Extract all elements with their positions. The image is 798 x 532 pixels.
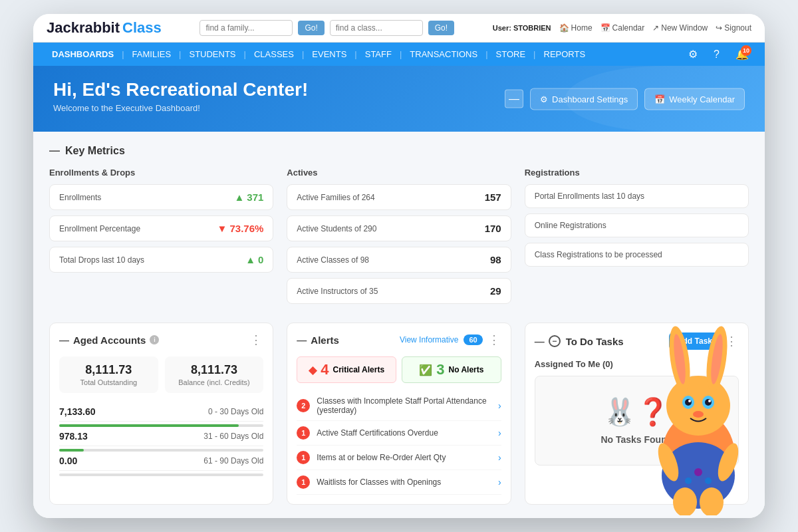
nav-store[interactable]: STORE xyxy=(488,43,534,66)
online-registrations-label: Online Registrations xyxy=(535,221,606,230)
enrollments-label: Enrollments xyxy=(59,193,101,202)
active-students-label: Active Students of 290 xyxy=(297,224,376,233)
family-search-go-button[interactable]: Go! xyxy=(298,21,324,35)
aged-range-1: 31 - 60 Days Old xyxy=(203,432,263,441)
notifications-icon-button[interactable]: 🔔 10 xyxy=(730,43,754,66)
todo-menu-icon[interactable]: ⋮ xyxy=(726,334,739,348)
aged-accounts-info-icon[interactable]: i xyxy=(150,335,159,344)
enrollment-pct-value: ▼ 73.76% xyxy=(217,223,264,234)
critical-count: 4 xyxy=(321,361,329,378)
enrollments-value: ▲ 371 xyxy=(234,192,263,203)
todo-header: − To Do Tasks Add Task ⋮ xyxy=(535,332,739,350)
logo-jackrabbit: Jackrabbit xyxy=(47,19,120,37)
main-content: Key Metrics Enrollments & Drops Enrollme… xyxy=(33,132,765,518)
aged-amount-1: 978.13 xyxy=(59,431,88,442)
active-families-label: Active Families of 264 xyxy=(297,193,374,202)
aged-accounts-header: Aged Accounts i ⋮ xyxy=(59,332,263,347)
nav-students[interactable]: STUDENTS xyxy=(181,43,243,66)
calendar-icon: 📅 xyxy=(600,23,610,33)
alert-arrow-2[interactable]: › xyxy=(498,452,501,463)
no-count: 3 xyxy=(436,361,444,378)
no-alerts-label: No Alerts xyxy=(449,365,484,374)
up-arrow-drops-icon: ▲ xyxy=(245,254,255,265)
todo-panel: − To Do Tasks Add Task ⋮ Assigned To Me … xyxy=(525,323,749,505)
alert-arrow-1[interactable]: › xyxy=(498,428,501,438)
total-outstanding-label: Total Outstanding xyxy=(66,378,152,386)
enrollments-drops-col: Enrollments & Drops Enrollments ▲ 371 En… xyxy=(49,168,273,309)
nav-classes[interactable]: CLASSES xyxy=(246,43,302,66)
active-students-card: Active Students of 290 170 xyxy=(287,215,511,241)
alert-text-0: Classes with Incomplete Staff Portal Att… xyxy=(317,396,491,415)
help-icon-button[interactable]: ? xyxy=(708,43,725,66)
collapse-button[interactable]: — xyxy=(505,90,523,108)
top-links: 🏠 Home 📅 Calendar ↗ New Window ↪ Signout xyxy=(559,23,751,33)
aged-accounts-menu-icon[interactable]: ⋮ xyxy=(250,332,263,347)
nav-reports[interactable]: REPORTS xyxy=(536,43,594,66)
alert-item-1: 1 Active Staff Certifications Overdue › xyxy=(297,421,501,446)
registrations-col: Registrations Portal Enrollments last 10… xyxy=(525,168,749,309)
total-drops-value: ▲ 0 xyxy=(245,254,263,265)
alert-badge-1: 1 xyxy=(297,426,310,440)
aged-accounts-panel: Aged Accounts i ⋮ 8,111.73 Total Outstan… xyxy=(49,323,273,505)
alerts-menu-icon[interactable]: ⋮ xyxy=(488,332,501,347)
no-tasks-bunny-icon: 🐰❓ xyxy=(549,396,725,428)
new-window-link[interactable]: ↗ New Window xyxy=(652,23,708,33)
nav-items: DASHBOARDS | FAMILIES | STUDENTS | CLASS… xyxy=(44,43,593,66)
alert-arrow-0[interactable]: › xyxy=(498,400,501,411)
new-window-icon: ↗ xyxy=(652,23,659,33)
check-circle-icon: ✅ xyxy=(419,364,432,376)
home-icon: 🏠 xyxy=(559,23,569,33)
balance-label: Balance (incl. Credits) xyxy=(172,378,257,386)
class-search-go-button[interactable]: Go! xyxy=(428,21,454,35)
gear-icon: ⚙ xyxy=(540,94,548,104)
up-arrow-icon: ▲ xyxy=(234,192,244,203)
class-registrations-card: Class Registrations to be processed xyxy=(525,243,749,267)
top-right: User: STOBRIEN 🏠 Home 📅 Calendar ↗ New W… xyxy=(493,23,751,33)
balance-value: 8,111.73 xyxy=(172,363,257,377)
active-families-card: Active Families of 264 157 xyxy=(287,184,511,210)
alert-badge-0: 2 xyxy=(297,399,310,412)
nav-dashboards[interactable]: DASHBOARDS xyxy=(44,43,122,66)
todo-minus-icon: − xyxy=(549,335,561,347)
portal-enrollments-label: Portal Enrollments last 10 days xyxy=(535,192,644,201)
view-informative-badge: 60 xyxy=(464,334,482,345)
hero-banner: Hi, Ed's Recreational Center! Welcome to… xyxy=(33,66,765,132)
weekly-calendar-button[interactable]: 📅 Weekly Calendar xyxy=(644,88,745,110)
dashboard-settings-button[interactable]: ⚙ Dashboard Settings xyxy=(530,88,638,110)
settings-icon-button[interactable]: ⚙ xyxy=(683,43,703,66)
search-group: Go! Go! xyxy=(200,20,454,36)
nav-events[interactable]: EVENTS xyxy=(304,43,354,66)
alert-text-1: Active Staff Certifications Overdue xyxy=(317,428,438,438)
aged-range-0: 0 - 30 Days Old xyxy=(208,407,263,416)
progress-bar-2 xyxy=(59,473,263,476)
enrollments-drops-heading: Enrollments & Drops xyxy=(49,168,273,178)
signout-link[interactable]: ↪ Signout xyxy=(716,23,751,33)
active-classes-label: Active Classes of 98 xyxy=(297,255,369,265)
logo: Jackrabbit Class xyxy=(47,19,162,37)
aged-amount-2: 0.00 xyxy=(59,456,77,466)
active-classes-value: 98 xyxy=(490,254,501,265)
alert-item-2: 1 Items at or below Re-Order Alert Qty › xyxy=(297,446,501,470)
add-task-button[interactable]: Add Task xyxy=(669,332,720,350)
nav-families[interactable]: FAMILIES xyxy=(124,43,180,66)
family-search-input[interactable] xyxy=(200,20,293,36)
nav-bar: DASHBOARDS | FAMILIES | STUDENTS | CLASS… xyxy=(33,43,765,66)
active-instructors-card: Active Instructors of 35 29 xyxy=(287,278,511,304)
total-outstanding-value: 8,111.73 xyxy=(66,363,152,377)
calendar-icon-hero: 📅 xyxy=(654,94,665,104)
active-families-value: 157 xyxy=(485,192,501,203)
nav-right-icons: ⚙ ? 🔔 10 xyxy=(683,43,754,66)
down-arrow-icon: ▼ xyxy=(217,223,227,234)
nav-transactions[interactable]: TRANSACTIONS xyxy=(402,43,485,66)
alerts-panel: Alerts View Informative 60 ⋮ ◆ 4 Critica… xyxy=(287,323,511,505)
alert-arrow-3[interactable]: › xyxy=(498,477,501,487)
calendar-link[interactable]: 📅 Calendar xyxy=(600,23,645,33)
class-search-input[interactable] xyxy=(330,20,423,36)
view-informative-link[interactable]: View Informative xyxy=(400,335,458,344)
total-outstanding-box: 8,111.73 Total Outstanding xyxy=(59,356,158,393)
aged-row-2: 0.00 61 - 90 Days Old xyxy=(59,452,263,471)
nav-staff[interactable]: STAFF xyxy=(357,43,400,66)
home-link[interactable]: 🏠 Home xyxy=(559,23,593,33)
alert-badge-3: 1 xyxy=(297,475,310,489)
critical-label: Critical Alerts xyxy=(332,365,384,374)
